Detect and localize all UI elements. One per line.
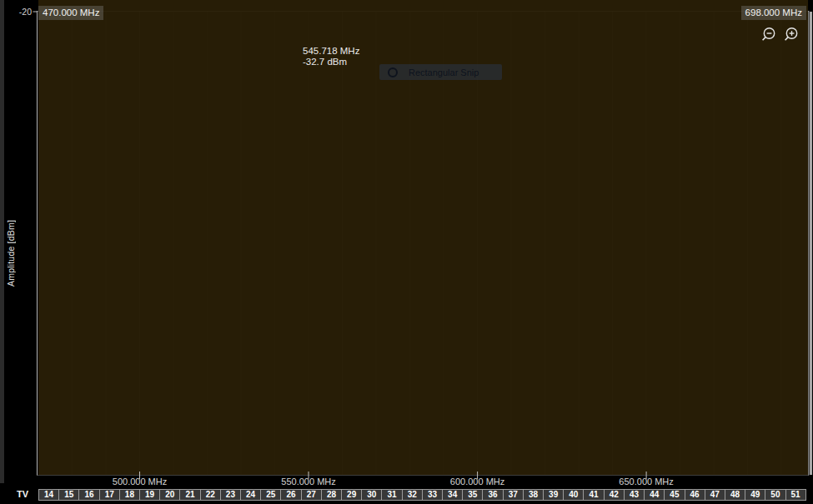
channel-cell[interactable]: 41 (584, 490, 603, 500)
channel-cell[interactable]: 49 (745, 490, 765, 500)
channel-cell[interactable]: 33 (423, 490, 442, 500)
marker-amplitude: -32.7 dBm (303, 57, 359, 67)
channel-cell[interactable]: 26 (281, 490, 300, 500)
channel-cell[interactable]: 45 (665, 490, 684, 500)
snip-tooltip-label: Rectangular Snip (409, 67, 479, 77)
channel-cell[interactable]: 19 (140, 490, 159, 500)
channel-cell[interactable]: 47 (705, 490, 725, 500)
channel-cell[interactable]: 30 (362, 490, 381, 500)
channel-cell[interactable]: 46 (685, 490, 705, 500)
spectrum-analyzer-screen: Amplitude [dBm] -20-30-40-50-60-70-80-90… (0, 0, 813, 504)
zoom-in-button[interactable] (782, 26, 800, 44)
zoom-out-button[interactable] (760, 26, 778, 44)
channel-cell[interactable]: 35 (463, 490, 482, 500)
stop-frequency-label: 698.000 MHz (741, 6, 806, 20)
channel-cell[interactable]: 43 (625, 490, 644, 500)
channel-cell[interactable]: 21 (180, 490, 199, 500)
channel-strip[interactable]: 1415161718192021222324252627282930313233… (38, 489, 806, 501)
channel-cell[interactable]: 38 (524, 490, 543, 500)
channel-cell[interactable]: 27 (302, 490, 321, 500)
snip-record-icon (388, 67, 398, 77)
channel-cell[interactable]: 24 (241, 490, 260, 500)
channel-cell[interactable]: 17 (100, 490, 119, 500)
channel-cell[interactable]: 36 (483, 490, 502, 500)
band-label: TV (17, 489, 28, 500)
channel-cell[interactable]: 15 (59, 490, 78, 500)
channel-cell[interactable]: 18 (120, 490, 139, 500)
snip-tooltip: Rectangular Snip (379, 64, 502, 80)
channel-cell[interactable]: 51 (786, 490, 805, 500)
channel-cell[interactable]: 50 (765, 490, 785, 500)
channel-cell[interactable]: 14 (39, 490, 58, 500)
channel-cell[interactable]: 42 (605, 490, 624, 500)
channel-cell[interactable]: 34 (443, 490, 462, 500)
channel-cell[interactable]: 37 (504, 490, 523, 500)
channel-cell[interactable]: 16 (79, 490, 98, 500)
channel-cell[interactable]: 44 (645, 490, 664, 500)
channel-cell[interactable]: 20 (160, 490, 179, 500)
right-edge-strip[interactable] (810, 12, 812, 475)
channel-cell[interactable]: 29 (342, 490, 361, 500)
channel-cell[interactable]: 22 (201, 490, 220, 500)
channel-cell[interactable]: 40 (564, 490, 583, 500)
marker-readout: 545.718 MHz -32.7 dBm (303, 46, 359, 67)
y-tick-label: -20 (0, 7, 32, 17)
y-tick-labels: -20-30-40-50-60-70-80-90-100-110-120 (0, 0, 32, 504)
channel-cell[interactable]: 32 (403, 490, 422, 500)
channel-cell[interactable]: 25 (261, 490, 280, 500)
channel-cell[interactable]: 23 (221, 490, 240, 500)
magnifier-minus-icon (760, 26, 778, 44)
start-frequency-label: 470.000 MHz (38, 6, 103, 20)
magnifier-plus-icon (782, 26, 800, 44)
channel-cell[interactable]: 48 (725, 490, 745, 500)
marker-frequency: 545.718 MHz (303, 46, 359, 57)
channel-cell[interactable]: 31 (382, 490, 401, 500)
channel-cell[interactable]: 28 (322, 490, 341, 500)
channel-cell[interactable]: 39 (544, 490, 563, 500)
